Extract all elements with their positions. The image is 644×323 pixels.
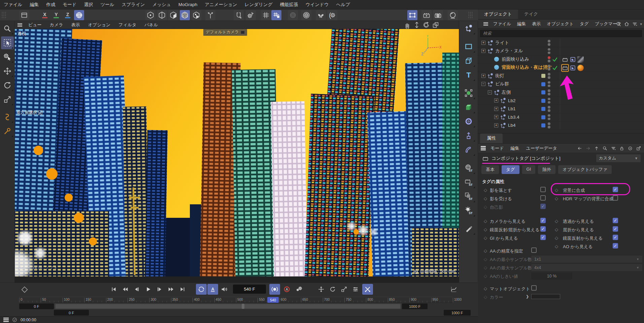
editor-visibility-dot[interactable] <box>548 65 550 67</box>
om-menu-ファイル[interactable]: ファイル <box>490 19 514 29</box>
anim-diamond-icon[interactable]: ◇ <box>484 204 487 209</box>
expander-icon[interactable]: − <box>481 82 485 86</box>
magnifier-icon[interactable] <box>1 22 14 35</box>
lock-icon[interactable] <box>619 146 624 151</box>
checkbox-カメラから見える[interactable]: ✓ <box>540 218 546 223</box>
editor-visibility-dot[interactable] <box>548 56 550 59</box>
modeling-settings-icon[interactable] <box>301 10 311 20</box>
enabled-check-icon[interactable] <box>552 65 558 71</box>
preset-dropdown[interactable]: カスタム▼ <box>596 154 641 162</box>
layer-color-chip[interactable] <box>541 82 545 86</box>
play-button[interactable] <box>143 284 154 295</box>
rectangle-icon[interactable] <box>462 40 476 53</box>
render-visibility-dot[interactable] <box>548 68 550 71</box>
ring-icon[interactable] <box>462 115 476 128</box>
tweak-settings-icon[interactable]: ( <box>327 10 337 20</box>
y-lock-icon[interactable]: Y <box>51 10 61 20</box>
phong-tag[interactable] <box>570 56 576 63</box>
anim-diamond-icon[interactable]: ◇ <box>555 196 558 201</box>
key-filter-button[interactable] <box>362 284 373 295</box>
checkbox-影を受ける[interactable] <box>540 195 546 201</box>
anim-diamond-icon[interactable]: ◇ <box>484 227 487 232</box>
layer-color-chip[interactable] <box>541 90 545 94</box>
menu-作成[interactable]: 作成 <box>42 0 59 9</box>
film-st-icon[interactable]: ST <box>462 175 476 189</box>
range-end-field[interactable]: 1000 F <box>402 303 428 309</box>
editor-visibility-dot[interactable] <box>548 81 550 84</box>
mode-edge-icon[interactable] <box>157 10 167 20</box>
om-menu-タグ[interactable]: タグ <box>577 19 592 29</box>
expand-arrow-icon[interactable]: ❯ <box>526 294 529 299</box>
anim-diamond-icon[interactable]: ◇ <box>555 187 558 193</box>
powerslider-track[interactable] <box>55 303 401 309</box>
menu-bars-icon[interactable] <box>481 146 486 150</box>
palette-grip[interactable] <box>468 11 473 19</box>
object-row-Lb3.4[interactable]: +Lb3.4 <box>478 113 644 122</box>
orbit-icon[interactable] <box>422 22 430 28</box>
tag-tab-GI[interactable]: GI <box>522 165 536 174</box>
anim-diamond-icon[interactable]: ◇ <box>555 218 558 224</box>
select-AA の最小サンプル数[interactable]: 1x1▼ <box>531 256 642 263</box>
sound-button[interactable] <box>219 284 230 295</box>
timeline-ruler[interactable]: 0501001502002503003504004505005506006507… <box>19 297 453 303</box>
tag-tab-除外[interactable]: 除外 <box>538 165 555 174</box>
viewport-menu-bars-icon[interactable] <box>18 23 22 27</box>
expander-icon[interactable]: + <box>481 74 485 78</box>
menu-ウインドウ[interactable]: ウインドウ <box>302 0 333 9</box>
pen-icon[interactable] <box>462 222 476 235</box>
next-key-button[interactable] <box>166 284 176 295</box>
attr-menu-ユーザーデータ[interactable]: ユーザーデータ <box>523 144 561 153</box>
checkbox-屈折から見える[interactable]: ✓ <box>613 226 618 232</box>
checkbox-鏡面反射から見える[interactable]: ✓ <box>613 235 618 240</box>
render-visibility-dot[interactable] <box>548 85 550 87</box>
keyframe-settings-button[interactable] <box>294 284 304 295</box>
checkbox-AA の精度を指定[interactable] <box>531 247 537 253</box>
globe-icon[interactable] <box>74 10 84 20</box>
editor-visibility-dot[interactable] <box>548 89 550 92</box>
clone-st-icon[interactable]: ST <box>462 189 476 203</box>
light-st-icon[interactable]: ST <box>462 204 476 217</box>
anim-diamond-icon[interactable]: ◇ <box>484 294 487 299</box>
om-menu-オブジェクト[interactable]: オブジェクト <box>544 19 577 29</box>
editor-visibility-dot[interactable] <box>548 122 550 125</box>
anim-diamond-icon[interactable]: ◇ <box>484 218 487 224</box>
goto-end-button[interactable] <box>177 284 188 295</box>
selection-object-icon[interactable] <box>462 86 476 100</box>
editor-visibility-dot[interactable] <box>548 73 550 76</box>
powerslider-handle[interactable] <box>242 304 244 309</box>
object-row-前面映り込み[interactable]: 前面映り込み <box>478 55 644 64</box>
checkbox-自己影[interactable]: ✓ <box>540 204 546 209</box>
sphere-object-icon[interactable] <box>493 56 500 63</box>
next-frame-button[interactable] <box>154 284 165 295</box>
target-icon[interactable] <box>628 146 633 151</box>
layer-color-chip[interactable] <box>541 74 545 78</box>
x-lock-icon[interactable]: X <box>40 10 50 20</box>
menu-MoGraph[interactable]: MoGraph <box>175 0 201 9</box>
layer-color-chip[interactable] <box>541 99 545 103</box>
attr-menu-編集[interactable]: 編集 <box>507 144 523 153</box>
anim-diamond-icon[interactable]: ◇ <box>484 257 487 262</box>
null-object-icon[interactable] <box>493 89 500 96</box>
key-scale-button[interactable] <box>339 284 349 295</box>
texture-tag[interactable] <box>577 56 584 63</box>
render-visibility-dot[interactable] <box>548 118 550 120</box>
enabled-check-icon[interactable] <box>552 57 558 62</box>
tag-tab-基本[interactable]: 基本 <box>481 165 499 174</box>
cube-green-icon[interactable] <box>462 100 476 114</box>
menu-メッシュ[interactable]: メッシュ <box>149 0 175 9</box>
mode-texture-icon[interactable] <box>191 10 201 20</box>
vp-menu-オプション[interactable]: オプション <box>84 21 115 29</box>
menu-レンダリング[interactable]: レンダリング <box>241 0 276 9</box>
tab-attributes[interactable]: 属性 <box>480 134 503 143</box>
axis-move-icon[interactable] <box>462 22 476 35</box>
scale-icon[interactable] <box>1 93 14 106</box>
cube-icon[interactable] <box>462 54 476 67</box>
render-visibility-dot[interactable] <box>548 76 550 79</box>
render-settings-icon[interactable] <box>433 10 443 20</box>
expander-icon[interactable]: + <box>494 115 498 119</box>
checkbox-HDR マップの背景に合成[interactable] <box>613 195 618 201</box>
color-swatch[interactable] <box>531 294 560 299</box>
compositing-tag[interactable] <box>562 56 568 63</box>
camera-ball-icon[interactable] <box>448 10 458 20</box>
anim-diamond-icon[interactable]: ◇ <box>484 187 487 193</box>
